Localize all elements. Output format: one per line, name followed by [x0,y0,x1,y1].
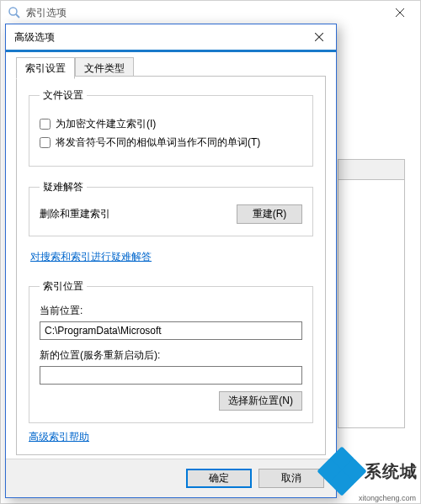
parent-close-button[interactable] [381,1,418,24]
parent-list-header [338,160,404,180]
file-settings-group: 文件设置 为加密文件建立索引(I) 将发音符号不同的相似单词当作不同的单词(T) [29,88,313,167]
advanced-index-help-link[interactable]: 高级索引帮助 [29,430,89,444]
new-location-field[interactable] [40,366,302,385]
select-new-location-button[interactable]: 选择新位置(N) [219,391,302,411]
troubleshoot-group: 疑难解答 删除和重建索引 重建(R) [29,180,313,236]
tab-strip: 索引设置文件类型 [16,56,326,77]
dialog-footer: 确定 取消 [6,459,336,497]
parent-title-text: 索引选项 [26,6,67,20]
cancel-button[interactable]: 取消 [258,469,324,488]
diacritics-label: 将发音符号不同的相似单词当作不同的单词(T) [56,135,260,150]
ok-button[interactable]: 确定 [186,469,252,488]
watermark-subtext: xitongcheng.com [359,494,416,502]
troubleshoot-legend: 疑难解答 [40,180,87,194]
dialog-title-text: 高级选项 [14,30,55,45]
dialog-header-strip [6,50,336,52]
encrypt-checkbox-row[interactable]: 为加密文件建立索引(I) [40,117,302,131]
index-location-legend: 索引位置 [40,279,87,294]
tab-panel-index-settings: 文件设置 为加密文件建立索引(I) 将发音符号不同的相似单词当作不同的单词(T)… [16,76,326,455]
diacritics-checkbox-row[interactable]: 将发音符号不同的相似单词当作不同的单词(T) [40,135,302,150]
file-settings-legend: 文件设置 [40,88,87,103]
current-location-field[interactable] [40,321,302,340]
tab-index-settings[interactable]: 索引设置 [16,57,75,79]
diacritics-checkbox[interactable] [40,137,51,148]
rebuild-label: 删除和重建索引 [40,207,110,221]
search-options-icon [8,6,21,19]
encrypt-checkbox[interactable] [40,119,51,130]
index-location-group: 索引位置 当前位置: 新的位置(服务重新启动后): 选择新位置(N) [29,279,313,423]
troubleshoot-link[interactable]: 对搜索和索引进行疑难解答 [30,250,152,264]
svg-line-1 [16,14,19,18]
rebuild-row: 删除和重建索引 重建(R) [40,204,302,224]
advanced-options-dialog: 高级选项 索引设置文件类型 文件设置 为加密文件建立索引(I) 将发音符号不同的… [5,24,337,498]
dialog-titlebar: 高级选项 [6,24,336,50]
svg-point-0 [9,8,17,15]
new-location-label: 新的位置(服务重新启动后): [40,348,302,363]
dialog-close-button[interactable] [302,24,336,50]
rebuild-button[interactable]: 重建(R) [237,204,302,224]
parent-locations-list[interactable] [338,159,405,428]
encrypt-label: 为加密文件建立索引(I) [56,117,156,131]
current-location-label: 当前位置: [40,304,302,318]
parent-titlebar: 索引选项 [1,1,420,24]
